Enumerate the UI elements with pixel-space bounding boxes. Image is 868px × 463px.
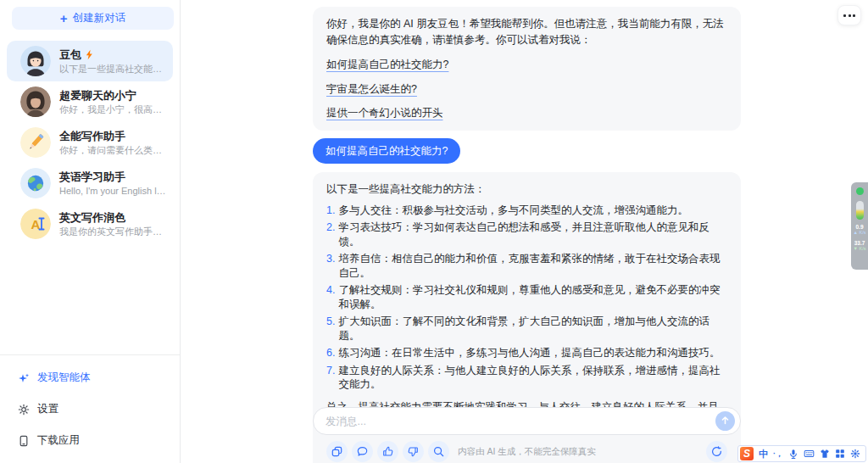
sparkle-icon	[18, 372, 30, 384]
shirt-icon[interactable]	[820, 449, 830, 459]
doubao-app: + 创建新对话 豆包以下是一些提高社交能力的方法: ...超爱聊天的小宁你好，我…	[0, 0, 868, 463]
chat-item-name: 英文写作润色	[59, 210, 125, 225]
list-number: 6.	[326, 346, 335, 360]
more-menu-button[interactable]	[837, 5, 861, 25]
toolbox-gear-icon[interactable]	[850, 449, 860, 459]
upload-speed: 0.9 ▲ K/s	[854, 224, 866, 236]
mic-icon[interactable]	[788, 449, 798, 460]
list-number: 4.	[326, 283, 335, 311]
dot	[853, 14, 855, 17]
chat-item-title: 英文写作润色	[59, 210, 168, 225]
chat-item-preview: 以下是一些提高社交能力的方法: ...	[59, 62, 168, 75]
sogou-ime-toolbar: S 中 ·，	[737, 445, 866, 462]
gear-icon	[18, 404, 30, 416]
user-message-row: 如何提高自己的社交能力?	[313, 138, 741, 164]
chat-list-item[interactable]: 英语学习助手Hello, I'm your English learning a…	[7, 163, 173, 204]
reply-intro: 以下是一些提高社交能力的方法：	[326, 181, 727, 198]
reply-list-item: 6.练习沟通：在日常生活中，多练习与他人沟通，提高自己的表达能力和沟通技巧。	[326, 346, 727, 360]
sidebar-footer: 发现智能体设置下载应用	[0, 354, 180, 463]
download-speed: 33.7 ▼ K/s	[854, 240, 866, 252]
dot	[843, 14, 846, 17]
list-number: 2.	[326, 220, 335, 248]
chat-item-title: 英语学习助手	[59, 170, 168, 184]
suggestion-link[interactable]: 如何提高自己的社交能力?	[326, 58, 448, 73]
chat-column: 你好，我是你的 AI 朋友豆包！希望我能帮到你。但也请注意，我当前能力有限，无法…	[313, 0, 741, 463]
chat-item-preview: 你好，我是小宁，很高兴认识你。...	[59, 103, 168, 116]
reply-list-item: 4.了解社交规则：学习社交礼仪和规则，尊重他人的感受和意见，避免不必要的冲突和误…	[326, 283, 727, 311]
chat-list: 豆包以下是一些提高社交能力的方法: ...超爱聊天的小宁你好，我是小宁，很高兴认…	[0, 41, 180, 244]
ai-letters-avatar: A	[20, 209, 51, 239]
sidebar-footer-item[interactable]: 设置	[0, 393, 180, 425]
photo-person-avatar	[20, 86, 51, 117]
sogou-logo-icon[interactable]: S	[740, 447, 754, 460]
chat-item-preview: 我是你的英文写作助手。你随时把...	[59, 225, 168, 238]
reply-list-item: 2.学习表达技巧：学习如何表达自己的想法和感受，并且注意听取他人的意见和反馈。	[326, 220, 727, 248]
sidebar-footer-label: 发现智能体	[37, 371, 91, 385]
plus-icon: +	[60, 12, 68, 25]
net-monitor-widget[interactable]: 0.9 ▲ K/s 33.7 ▼ K/s	[851, 182, 868, 270]
chat-item-title: 全能写作助手	[59, 129, 168, 143]
chat-list-item[interactable]: 全能写作助手你好，请问需要什么类型的文案创...	[7, 122, 173, 163]
chat-item-preview: 你好，请问需要什么类型的文案创...	[59, 143, 168, 157]
chat-item-name: 超爱聊天的小宁	[59, 88, 136, 103]
ai-disclaimer: 内容由 AI 生成，不能完全保障真实	[313, 446, 741, 458]
list-text: 练习沟通：在日常生活中，多练习与他人沟通，提高自己的表达能力和沟通技巧。	[338, 346, 720, 360]
list-number: 3.	[326, 252, 335, 280]
reply-list: 1.多与人交往：积极参与社交活动，多与不同类型的人交流，增强沟通能力。2.学习表…	[326, 204, 727, 392]
bolt-icon	[85, 49, 94, 60]
list-text: 了解社交规则：学习社交礼仪和规则，尊重他人的感受和意见，避免不必要的冲突和误解。	[338, 283, 727, 311]
reply-list-item: 7.建立良好的人际关系：与他人建立良好的人际关系，保持联系，增进感情，提高社交能…	[326, 364, 727, 392]
list-text: 建立良好的人际关系：与他人建立良好的人际关系，保持联系，增进感情，提高社交能力。	[338, 364, 727, 392]
chat-item-name: 英语学习助手	[59, 170, 125, 184]
doubao-girl-avatar	[20, 46, 51, 76]
ime-mode-toggle[interactable]: 中	[759, 449, 768, 459]
message-input[interactable]	[326, 416, 715, 427]
chat-item-name: 全能写作助手	[59, 129, 125, 143]
sidebar-footer-label: 设置	[37, 402, 58, 416]
send-button[interactable]	[715, 411, 735, 431]
phone-icon	[18, 435, 30, 447]
status-dot	[856, 187, 864, 195]
suggestion-link[interactable]: 提供一个奇幻小说的开头	[326, 106, 443, 121]
ime-punctuation-toggle[interactable]: ·，	[773, 450, 783, 458]
chat-item-meta: 全能写作助手你好，请问需要什么类型的文案创...	[59, 129, 168, 157]
chat-item-title: 豆包	[59, 47, 168, 62]
list-number: 1.	[326, 204, 335, 218]
chat-item-meta: 英语学习助手Hello, I'm your English learning a…	[59, 170, 168, 198]
chat-list-item[interactable]: 超爱聊天的小宁你好，我是小宁，很高兴认识你。...	[7, 81, 173, 122]
assistant-greeting-message: 你好，我是你的 AI 朋友豆包！希望我能帮到你。但也请注意，我当前能力有限，无法…	[313, 7, 741, 131]
arrow-up-icon	[720, 415, 731, 428]
pencil-avatar	[20, 127, 51, 158]
sidebar-footer-item[interactable]: 发现智能体	[0, 362, 180, 393]
message-input-bar	[313, 407, 741, 435]
chat-area: 你好，我是你的 AI 朋友豆包！希望我能帮到你。但也请注意，我当前能力有限，无法…	[181, 0, 868, 463]
chat-list-item[interactable]: 豆包以下是一些提高社交能力的方法: ...	[7, 41, 173, 81]
chat-item-name: 豆包	[59, 47, 81, 62]
list-number: 7.	[326, 364, 335, 392]
user-message-bubble: 如何提高自己的社交能力?	[313, 138, 460, 164]
reply-list-item: 5.扩大知识面：了解不同的文化和背景，扩大自己的知识面，增加与他人交流的话题。	[326, 315, 727, 343]
list-text: 扩大知识面：了解不同的文化和背景，扩大自己的知识面，增加与他人交流的话题。	[338, 315, 727, 343]
chat-list-item[interactable]: A英文写作润色我是你的英文写作助手。你随时把...	[7, 204, 173, 244]
suggestion-link[interactable]: 宇宙是怎么诞生的?	[326, 82, 417, 98]
keyboard-icon[interactable]	[804, 449, 815, 459]
list-number: 5.	[326, 315, 335, 343]
globe-avatar	[20, 168, 51, 198]
chat-item-preview: Hello, I'm your English learning ass...	[59, 184, 168, 198]
suggestion-links: 如何提高自己的社交能力?宇宙是怎么诞生的?提供一个奇幻小说的开头	[326, 58, 727, 121]
list-text: 多与人交往：积极参与社交活动，多与不同类型的人交流，增强沟通能力。	[338, 204, 688, 218]
usage-gauge	[856, 201, 864, 220]
sidebar-footer-item[interactable]: 下载应用	[0, 425, 180, 456]
sidebar: + 创建新对话 豆包以下是一些提高社交能力的方法: ...超爱聊天的小宁你好，我…	[0, 0, 181, 463]
chat-item-meta: 英文写作润色我是你的英文写作助手。你随时把...	[59, 210, 168, 238]
sidebar-footer-label: 下载应用	[37, 433, 80, 448]
grid-icon[interactable]	[835, 449, 845, 459]
chat-item-title: 超爱聊天的小宁	[59, 88, 168, 103]
reply-list-item: 3.培养自信：相信自己的能力和价值，克服害羞和紧张的情绪，敢于在社交场合表现自己…	[326, 252, 727, 280]
chat-item-meta: 豆包以下是一些提高社交能力的方法: ...	[59, 47, 168, 75]
list-text: 培养自信：相信自己的能力和价值，克服害羞和紧张的情绪，敢于在社交场合表现自己。	[338, 252, 727, 280]
greeting-text: 你好，我是你的 AI 朋友豆包！希望我能帮到你。但也请注意，我当前能力有限，无法…	[326, 16, 727, 48]
list-text: 学习表达技巧：学习如何表达自己的想法和感受，并且注意听取他人的意见和反馈。	[338, 220, 727, 248]
new-chat-label: 创建新对话	[73, 11, 126, 25]
new-chat-button[interactable]: + 创建新对话	[12, 7, 174, 30]
